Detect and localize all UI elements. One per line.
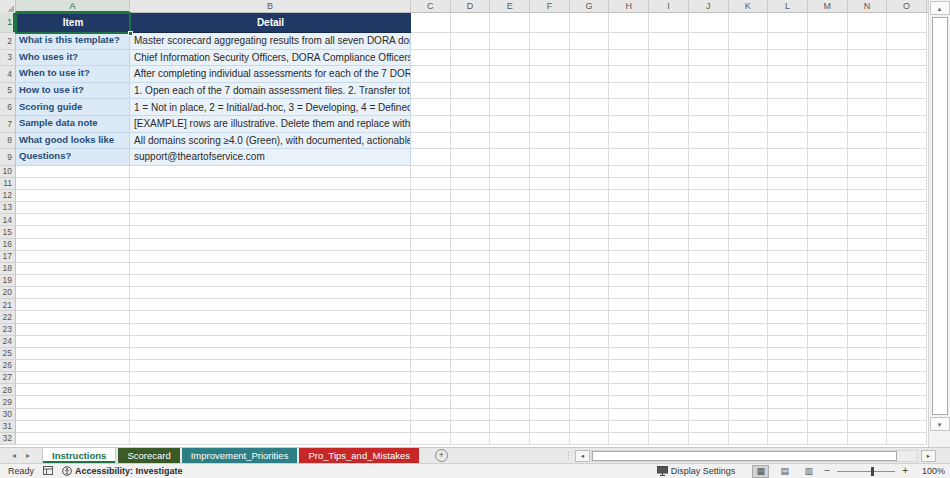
cell-I1[interactable] bbox=[649, 13, 689, 33]
cell-A29[interactable] bbox=[16, 396, 130, 408]
cell-E26[interactable] bbox=[490, 360, 530, 372]
cell-J22[interactable] bbox=[689, 311, 729, 323]
cell-G13[interactable] bbox=[570, 202, 610, 214]
cell-J18[interactable] bbox=[689, 263, 729, 275]
cell-L26[interactable] bbox=[768, 360, 808, 372]
cell-M11[interactable] bbox=[808, 178, 848, 190]
cell-I10[interactable] bbox=[649, 166, 689, 178]
cell-D28[interactable] bbox=[451, 384, 491, 396]
cell-K19[interactable] bbox=[729, 275, 769, 287]
cell-H8[interactable] bbox=[609, 133, 649, 150]
cell-N29[interactable] bbox=[848, 396, 888, 408]
cell-I8[interactable] bbox=[649, 133, 689, 150]
cell-J29[interactable] bbox=[689, 396, 729, 408]
cell-K2[interactable] bbox=[729, 33, 769, 50]
cell-J25[interactable] bbox=[689, 348, 729, 360]
cell-D5[interactable] bbox=[451, 83, 491, 100]
cell-B14[interactable] bbox=[130, 214, 411, 226]
vertical-scrollbar-thumb[interactable] bbox=[932, 17, 948, 415]
cell-G11[interactable] bbox=[570, 178, 610, 190]
cell-L11[interactable] bbox=[768, 178, 808, 190]
cell-K11[interactable] bbox=[729, 178, 769, 190]
cell-A30[interactable] bbox=[16, 409, 130, 421]
cell-C17[interactable] bbox=[411, 251, 451, 263]
cell-E16[interactable] bbox=[490, 239, 530, 251]
cell-D18[interactable] bbox=[451, 263, 491, 275]
row-header-28[interactable]: 28 bbox=[0, 384, 16, 396]
cell-H9[interactable] bbox=[609, 149, 649, 166]
cell-J3[interactable] bbox=[689, 50, 729, 67]
vertical-scrollbar[interactable]: ▴ ▾ bbox=[928, 0, 950, 447]
cell-A14[interactable] bbox=[16, 214, 130, 226]
row-header-18[interactable]: 18 bbox=[0, 263, 16, 275]
cell-C25[interactable] bbox=[411, 348, 451, 360]
cell-E25[interactable] bbox=[490, 348, 530, 360]
cell-I21[interactable] bbox=[649, 299, 689, 311]
cell-B4[interactable]: After completing individual assessments … bbox=[130, 66, 411, 83]
cell-M32[interactable] bbox=[808, 433, 848, 445]
column-header-N[interactable]: N bbox=[848, 0, 888, 13]
cell-L31[interactable] bbox=[768, 421, 808, 433]
cell-H30[interactable] bbox=[609, 409, 649, 421]
cell-C6[interactable] bbox=[411, 99, 451, 116]
cell-G6[interactable] bbox=[570, 99, 610, 116]
cell-M21[interactable] bbox=[808, 299, 848, 311]
cell-E12[interactable] bbox=[490, 190, 530, 202]
cell-C2[interactable] bbox=[411, 33, 451, 50]
cell-A10[interactable] bbox=[16, 166, 130, 178]
column-header-E[interactable]: E bbox=[490, 0, 530, 13]
cell-I3[interactable] bbox=[649, 50, 689, 67]
row-header-19[interactable]: 19 bbox=[0, 275, 16, 287]
cell-J7[interactable] bbox=[689, 116, 729, 133]
cell-J17[interactable] bbox=[689, 251, 729, 263]
cell-E10[interactable] bbox=[490, 166, 530, 178]
cell-J1[interactable] bbox=[689, 13, 729, 33]
cell-D32[interactable] bbox=[451, 433, 491, 445]
cell-E19[interactable] bbox=[490, 275, 530, 287]
cell-B17[interactable] bbox=[130, 251, 411, 263]
cell-N16[interactable] bbox=[848, 239, 888, 251]
cell-E13[interactable] bbox=[490, 202, 530, 214]
cell-A28[interactable] bbox=[16, 384, 130, 396]
cell-C18[interactable] bbox=[411, 263, 451, 275]
cell-C23[interactable] bbox=[411, 324, 451, 336]
cell-B7[interactable]: [EXAMPLE] rows are illustrative. Delete … bbox=[130, 116, 411, 133]
cell-C5[interactable] bbox=[411, 83, 451, 100]
zoom-level[interactable]: 100% bbox=[915, 466, 945, 476]
cell-F13[interactable] bbox=[530, 202, 570, 214]
zoom-slider-thumb[interactable] bbox=[871, 467, 874, 476]
cell-E17[interactable] bbox=[490, 251, 530, 263]
cell-O19[interactable] bbox=[887, 275, 927, 287]
cell-A21[interactable] bbox=[16, 299, 130, 311]
row-header-9[interactable]: 9 bbox=[0, 149, 16, 166]
cell-B31[interactable] bbox=[130, 421, 411, 433]
cell-I16[interactable] bbox=[649, 239, 689, 251]
cell-L12[interactable] bbox=[768, 190, 808, 202]
cell-B15[interactable] bbox=[130, 226, 411, 238]
cell-K20[interactable] bbox=[729, 287, 769, 299]
cell-K10[interactable] bbox=[729, 166, 769, 178]
cell-B28[interactable] bbox=[130, 384, 411, 396]
cell-E18[interactable] bbox=[490, 263, 530, 275]
cell-N25[interactable] bbox=[848, 348, 888, 360]
cell-B29[interactable] bbox=[130, 396, 411, 408]
cell-O7[interactable] bbox=[887, 116, 927, 133]
cell-F5[interactable] bbox=[530, 83, 570, 100]
cell-C21[interactable] bbox=[411, 299, 451, 311]
cell-O8[interactable] bbox=[887, 133, 927, 150]
cell-D26[interactable] bbox=[451, 360, 491, 372]
cell-C20[interactable] bbox=[411, 287, 451, 299]
cell-O28[interactable] bbox=[887, 384, 927, 396]
cell-K25[interactable] bbox=[729, 348, 769, 360]
cell-K16[interactable] bbox=[729, 239, 769, 251]
cell-I27[interactable] bbox=[649, 372, 689, 384]
cell-F1[interactable] bbox=[530, 13, 570, 33]
cell-N1[interactable] bbox=[848, 13, 888, 33]
cell-M17[interactable] bbox=[808, 251, 848, 263]
cell-I32[interactable] bbox=[649, 433, 689, 445]
cell-B16[interactable] bbox=[130, 239, 411, 251]
cell-I7[interactable] bbox=[649, 116, 689, 133]
cell-J27[interactable] bbox=[689, 372, 729, 384]
cell-K21[interactable] bbox=[729, 299, 769, 311]
cell-A8[interactable]: What good looks like bbox=[16, 133, 130, 150]
